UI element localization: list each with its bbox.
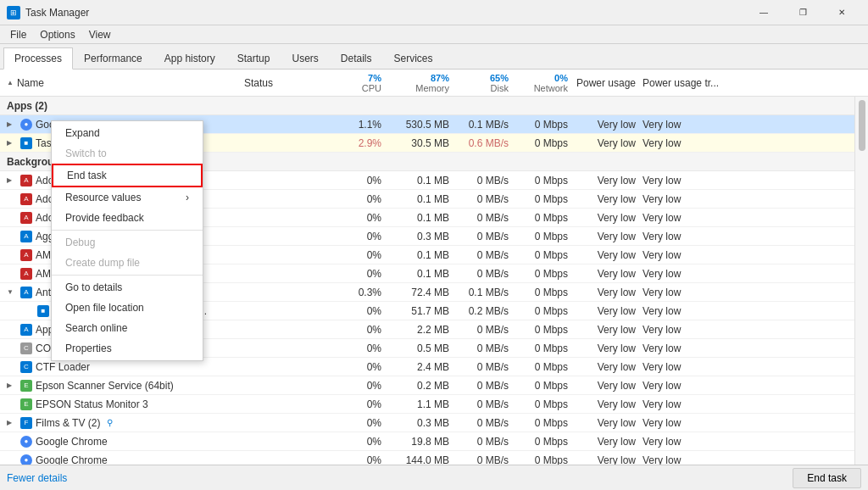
ctx-go-to-details[interactable]: Go to details — [52, 277, 203, 298]
row-disk: 0.1 MB/s — [453, 287, 512, 298]
row-network: 0 Mbps — [512, 231, 571, 242]
scroll-thumb[interactable] — [859, 100, 865, 151]
row-powertr: Very low — [639, 305, 851, 317]
ctx-expand[interactable]: Expand — [52, 123, 203, 143]
scrollbar[interactable] — [854, 97, 868, 465]
minimize-button[interactable]: — — [744, 0, 783, 25]
chrome-icon: ● — [20, 436, 32, 448]
agg-icon: A — [20, 231, 32, 242]
epson-icon: E — [20, 380, 32, 392]
row-powertr: Very low — [639, 119, 851, 131]
ctf-icon: C — [20, 361, 32, 373]
adob-icon: A — [20, 193, 32, 205]
row-memory: 72.4 MB — [385, 287, 453, 298]
row-cpu: 0% — [326, 342, 385, 354]
fewer-details-link[interactable]: Fewer details — [7, 472, 67, 484]
ctx-properties[interactable]: Properties — [52, 338, 203, 359]
row-powertr: Very low — [639, 417, 851, 429]
row-cpu: 0% — [326, 324, 385, 336]
col-power-header[interactable]: Power usage — [571, 77, 639, 89]
app-icon: ⊞ — [7, 6, 20, 19]
tab-performance[interactable]: Performance — [73, 47, 153, 69]
table-row[interactable]: E EPSON Status Monitor 3 0% 1.1 MB 0 MB/… — [0, 395, 854, 414]
row-name-epson: ▶ E Epson Scanner Service (64bit) — [3, 380, 241, 392]
row-memory: 0.1 MB — [385, 175, 453, 187]
col-name-header[interactable]: ▲ Name — [3, 77, 241, 89]
col-network-header[interactable]: 0% Network — [512, 73, 571, 93]
chrome-icon: ● — [20, 454, 32, 465]
titlebar-controls: — ❐ ✕ — [744, 0, 861, 25]
restore-button[interactable]: ❐ — [783, 0, 822, 25]
menu-file[interactable]: File — [3, 27, 33, 42]
row-powertr: Very low — [639, 231, 851, 242]
row-network: 0 Mbps — [512, 398, 571, 410]
tab-details[interactable]: Details — [330, 47, 383, 69]
row-disk: 0 MB/s — [453, 231, 512, 242]
col-disk-header[interactable]: 65% Disk — [453, 73, 512, 93]
tab-services[interactable]: Services — [383, 47, 444, 69]
menu-options[interactable]: Options — [33, 27, 81, 42]
row-powertr: Very low — [639, 398, 851, 410]
table-row[interactable]: ● Google Chrome 0% 144.0 MB 0 MB/s 0 Mbp… — [0, 451, 854, 465]
col-powertr-header[interactable]: Power usage tr... — [639, 77, 865, 89]
ctx-provide-feedback[interactable]: Provide feedback — [52, 208, 203, 228]
row-name-filmstv: ▶ F Films & TV (2) ⚲ — [3, 417, 241, 429]
tab-app-history[interactable]: App history — [153, 47, 226, 69]
row-disk: 0 MB/s — [453, 342, 512, 354]
ctx-search-online[interactable]: Search online — [52, 318, 203, 338]
col-memory-header[interactable]: 87% Memory — [385, 73, 453, 93]
row-memory: 30.5 MB — [385, 137, 453, 149]
row-name-chrome1: ● Google Chrome — [3, 436, 241, 448]
row-memory: 0.1 MB — [385, 268, 453, 280]
statusbar: Fewer details End task — [0, 465, 868, 490]
ctx-switch-to: Switch to — [52, 143, 203, 164]
row-power: Very low — [571, 212, 639, 224]
row-power: Very low — [571, 436, 639, 448]
row-power: Very low — [571, 342, 639, 354]
ctx-resource-values[interactable]: Resource values › — [52, 187, 203, 208]
titlebar: ⊞ Task Manager — ❐ ✕ — [0, 0, 868, 25]
expand-icon: ▶ — [7, 176, 17, 184]
anti-icon: A — [20, 287, 32, 298]
comsurrogate-icon: C — [20, 342, 32, 354]
row-power: Very low — [571, 249, 639, 261]
row-power: Very low — [571, 417, 639, 429]
row-memory: 0.5 MB — [385, 342, 453, 354]
row-power: Very low — [571, 175, 639, 187]
row-name-ctfloader: C CTF Loader — [3, 361, 241, 373]
tab-users[interactable]: Users — [281, 47, 329, 69]
menu-view[interactable]: View — [82, 27, 118, 42]
row-disk: 0 MB/s — [453, 398, 512, 410]
tab-startup[interactable]: Startup — [226, 47, 281, 69]
table-row[interactable]: ▶ E Epson Scanner Service (64bit) 0% 0.2… — [0, 376, 854, 395]
col-status-header[interactable]: Status — [241, 77, 326, 89]
row-power: Very low — [571, 193, 639, 205]
row-disk: 0 MB/s — [453, 249, 512, 261]
row-disk: 0 MB/s — [453, 436, 512, 448]
row-memory: 0.2 MB — [385, 380, 453, 392]
table-row[interactable]: ● Google Chrome 0% 19.8 MB 0 MB/s 0 Mbps… — [0, 432, 854, 451]
menubar: File Options View — [0, 25, 868, 44]
row-network: 0 Mbps — [512, 175, 571, 187]
sort-arrow: ▲ — [7, 79, 14, 86]
row-memory: 2.4 MB — [385, 361, 453, 373]
close-button[interactable]: ✕ — [822, 0, 861, 25]
tab-processes[interactable]: Processes — [3, 47, 73, 70]
row-cpu: 1.1% — [326, 119, 385, 131]
epsonmon-icon: E — [20, 398, 32, 410]
col-cpu-header[interactable]: 7% CPU — [326, 73, 385, 93]
row-disk: 0.1 MB/s — [453, 119, 512, 131]
row-network: 0 Mbps — [512, 137, 571, 149]
table-row[interactable]: ▶ F Films & TV (2) ⚲ 0% 0.3 MB 0 MB/s 0 … — [0, 414, 854, 432]
row-powertr: Very low — [639, 436, 851, 448]
expand-icon: ▶ — [7, 419, 17, 426]
ctx-end-task[interactable]: End task — [52, 164, 203, 187]
row-power: Very low — [571, 324, 639, 336]
end-task-button[interactable]: End task — [793, 468, 861, 488]
ctx-open-file-location[interactable]: Open file location — [52, 298, 203, 318]
row-memory: 19.8 MB — [385, 436, 453, 448]
row-powertr: Very low — [639, 380, 851, 392]
row-power: Very low — [571, 119, 639, 131]
row-cpu: 0% — [326, 380, 385, 392]
expand-icon: ▶ — [7, 381, 17, 389]
